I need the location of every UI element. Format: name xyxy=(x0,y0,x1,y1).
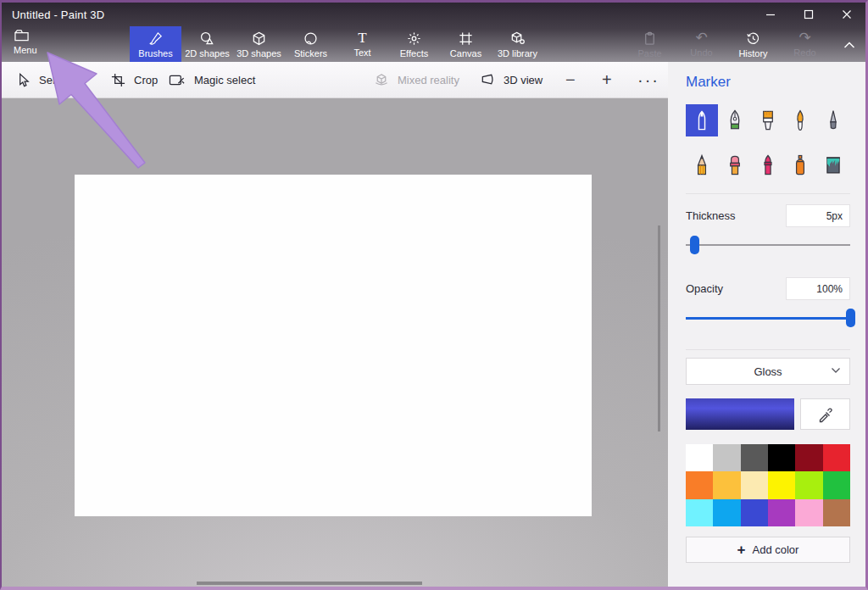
brush-fill[interactable] xyxy=(817,149,849,181)
paste-button[interactable]: Paste xyxy=(624,26,676,62)
crop-icon xyxy=(110,72,126,88)
horizontal-scrollbar[interactable] xyxy=(197,582,422,585)
collapse-ribbon-button[interactable] xyxy=(837,33,861,57)
palette-swatch[interactable] xyxy=(741,499,768,526)
chevron-down-icon xyxy=(831,367,841,374)
pen-icon xyxy=(821,108,846,133)
brush-spray-can[interactable] xyxy=(784,149,816,181)
vertical-scrollbar[interactable] xyxy=(658,225,660,431)
crop-label: Crop xyxy=(134,74,158,86)
thickness-input[interactable] xyxy=(786,204,850,227)
zoom-in-icon: + xyxy=(602,70,612,90)
crop-tool[interactable]: Crop xyxy=(110,62,158,97)
palette-swatch[interactable] xyxy=(795,444,822,471)
thickness-slider-track xyxy=(686,244,850,246)
palette-swatch[interactable] xyxy=(823,499,850,526)
opacity-label: Opacity xyxy=(686,282,723,295)
material-value: Gloss xyxy=(754,365,782,378)
zoom-in-button[interactable]: + xyxy=(602,62,612,97)
more-options-button[interactable]: ··· xyxy=(637,62,659,97)
current-color-swatch[interactable] xyxy=(686,398,794,430)
select-tool[interactable]: Select xyxy=(15,62,70,97)
mixed-reality-tool[interactable]: Mixed reality xyxy=(373,62,459,97)
brush-calligraphy-pen[interactable] xyxy=(719,104,751,136)
brush-pen[interactable] xyxy=(817,104,849,136)
opacity-slider[interactable] xyxy=(686,309,850,327)
tab-text[interactable]: T Text xyxy=(337,26,388,62)
magic-select-tool[interactable]: Magic select xyxy=(168,62,255,97)
brush-crayon[interactable] xyxy=(752,149,784,181)
maximize-button[interactable] xyxy=(789,3,827,26)
brush-pencil[interactable] xyxy=(686,149,718,181)
redo-button[interactable]: ↷ Redo xyxy=(779,26,831,62)
palette-swatch[interactable] xyxy=(823,444,850,471)
thickness-slider[interactable] xyxy=(686,236,850,254)
palette-swatch[interactable] xyxy=(713,444,740,471)
tab-brushes[interactable]: Brushes xyxy=(130,26,181,62)
panel-title: Marker xyxy=(686,74,850,91)
chevron-up-icon xyxy=(843,40,856,50)
redo-icon: ↷ xyxy=(798,31,810,46)
eraser-icon xyxy=(722,153,748,178)
palette-swatch[interactable] xyxy=(768,471,795,498)
3d-view-tool[interactable]: 3D view xyxy=(479,62,542,97)
undo-button[interactable]: ↶ Undo xyxy=(676,26,727,62)
tab-canvas[interactable]: Canvas xyxy=(440,26,492,62)
history-button[interactable]: History xyxy=(727,26,779,62)
palette-swatch[interactable] xyxy=(741,444,768,471)
brush-marker[interactable] xyxy=(686,104,718,136)
thickness-label: Thickness xyxy=(686,209,736,222)
opacity-row: Opacity xyxy=(686,277,850,300)
minimize-button[interactable] xyxy=(751,3,789,26)
workspace xyxy=(2,98,668,587)
calligraphy-pen-icon xyxy=(722,108,748,133)
3d-view-icon xyxy=(479,72,496,88)
brush-eraser[interactable] xyxy=(719,149,751,181)
close-icon xyxy=(842,9,852,19)
minimize-icon xyxy=(765,9,776,19)
brush-panel: Marker xyxy=(668,62,865,587)
add-color-button[interactable]: + Add color xyxy=(686,537,850,563)
titlebar: Untitled - Paint 3D xyxy=(2,3,865,26)
tab-2d-shapes[interactable]: 2D shapes xyxy=(181,26,233,62)
thickness-slider-thumb[interactable] xyxy=(690,236,699,254)
paint3d-window: Untitled - Paint 3D Menu xyxy=(0,0,868,590)
opacity-slider-track xyxy=(686,317,850,320)
palette-swatch[interactable] xyxy=(768,499,795,526)
palette-swatch[interactable] xyxy=(686,471,713,498)
color-row xyxy=(686,398,850,430)
tab-stickers[interactable]: Stickers xyxy=(285,26,337,62)
tab-effects[interactable]: Effects xyxy=(388,26,440,62)
palette-swatch[interactable] xyxy=(795,499,822,526)
palette-swatch[interactable] xyxy=(713,471,740,498)
eyedropper-button[interactable] xyxy=(800,398,850,430)
tab-3d-shapes[interactable]: 3D shapes xyxy=(233,26,285,62)
ribbon-tabs: Brushes 2D shapes 3D shapes xyxy=(130,26,543,62)
brush-paintbrush[interactable] xyxy=(752,104,784,136)
menu-button[interactable]: Menu xyxy=(14,28,53,60)
crayon-icon xyxy=(755,153,781,178)
opacity-slider-thumb[interactable] xyxy=(846,309,855,327)
magic-select-icon xyxy=(168,72,186,88)
color-palette xyxy=(686,444,850,526)
paste-icon xyxy=(642,31,658,47)
palette-swatch[interactable] xyxy=(686,499,713,526)
palette-swatch[interactable] xyxy=(713,499,740,526)
canvas-frame-icon xyxy=(458,31,474,47)
add-color-label: Add color xyxy=(753,543,799,556)
palette-swatch[interactable] xyxy=(741,471,768,498)
2d-shapes-icon xyxy=(199,31,215,47)
close-button[interactable] xyxy=(827,3,865,26)
tab-3d-library[interactable]: 3D library xyxy=(492,26,543,62)
material-dropdown[interactable]: Gloss xyxy=(686,358,850,385)
brush-art-brush[interactable] xyxy=(784,104,816,136)
palette-swatch[interactable] xyxy=(795,471,822,498)
header: Untitled - Paint 3D Menu xyxy=(2,3,865,62)
palette-swatch[interactable] xyxy=(686,444,713,471)
zoom-out-button[interactable]: − xyxy=(565,62,576,97)
drawing-canvas[interactable] xyxy=(75,175,592,516)
opacity-input[interactable] xyxy=(786,277,850,300)
marker-icon xyxy=(689,108,715,133)
palette-swatch[interactable] xyxy=(768,444,795,471)
palette-swatch[interactable] xyxy=(823,471,850,498)
